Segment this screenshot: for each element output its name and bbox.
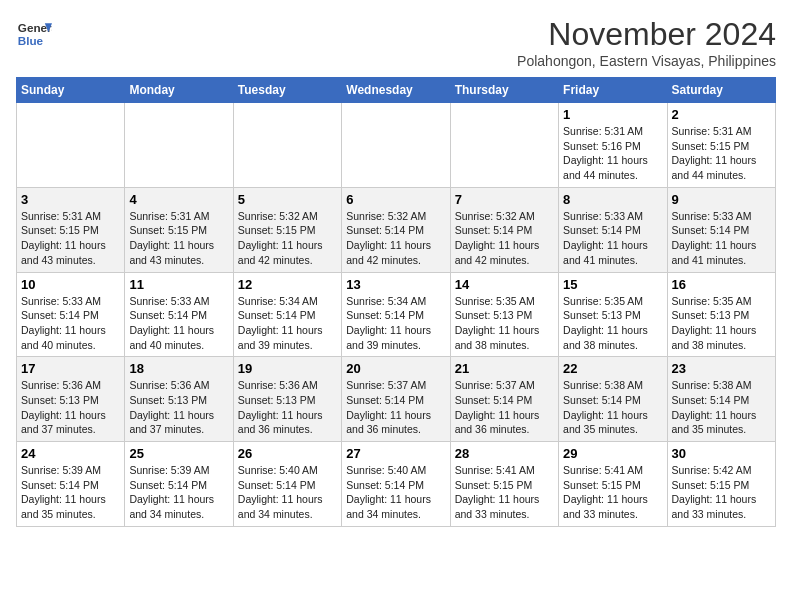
day-number: 23 <box>672 361 771 376</box>
day-number: 11 <box>129 277 228 292</box>
day-number: 8 <box>563 192 662 207</box>
calendar-cell: 18Sunrise: 5:36 AM Sunset: 5:13 PM Dayli… <box>125 357 233 442</box>
calendar-cell: 1Sunrise: 5:31 AM Sunset: 5:16 PM Daylig… <box>559 103 667 188</box>
calendar-cell: 4Sunrise: 5:31 AM Sunset: 5:15 PM Daylig… <box>125 187 233 272</box>
day-info: Sunrise: 5:41 AM Sunset: 5:15 PM Dayligh… <box>455 463 554 522</box>
calendar-cell: 13Sunrise: 5:34 AM Sunset: 5:14 PM Dayli… <box>342 272 450 357</box>
calendar-cell: 16Sunrise: 5:35 AM Sunset: 5:13 PM Dayli… <box>667 272 775 357</box>
day-number: 29 <box>563 446 662 461</box>
calendar-week-5: 24Sunrise: 5:39 AM Sunset: 5:14 PM Dayli… <box>17 442 776 527</box>
calendar-cell: 26Sunrise: 5:40 AM Sunset: 5:14 PM Dayli… <box>233 442 341 527</box>
calendar-cell: 9Sunrise: 5:33 AM Sunset: 5:14 PM Daylig… <box>667 187 775 272</box>
col-header-monday: Monday <box>125 78 233 103</box>
calendar-cell <box>233 103 341 188</box>
day-number: 21 <box>455 361 554 376</box>
day-info: Sunrise: 5:38 AM Sunset: 5:14 PM Dayligh… <box>672 378 771 437</box>
day-number: 20 <box>346 361 445 376</box>
calendar-week-3: 10Sunrise: 5:33 AM Sunset: 5:14 PM Dayli… <box>17 272 776 357</box>
day-number: 28 <box>455 446 554 461</box>
svg-text:Blue: Blue <box>18 34 44 47</box>
calendar-cell: 10Sunrise: 5:33 AM Sunset: 5:14 PM Dayli… <box>17 272 125 357</box>
day-number: 14 <box>455 277 554 292</box>
day-info: Sunrise: 5:36 AM Sunset: 5:13 PM Dayligh… <box>238 378 337 437</box>
day-number: 26 <box>238 446 337 461</box>
day-number: 3 <box>21 192 120 207</box>
day-info: Sunrise: 5:38 AM Sunset: 5:14 PM Dayligh… <box>563 378 662 437</box>
day-info: Sunrise: 5:39 AM Sunset: 5:14 PM Dayligh… <box>21 463 120 522</box>
logo-icon: General Blue <box>16 16 52 52</box>
day-number: 4 <box>129 192 228 207</box>
day-info: Sunrise: 5:36 AM Sunset: 5:13 PM Dayligh… <box>21 378 120 437</box>
calendar-cell: 6Sunrise: 5:32 AM Sunset: 5:14 PM Daylig… <box>342 187 450 272</box>
col-header-saturday: Saturday <box>667 78 775 103</box>
day-info: Sunrise: 5:33 AM Sunset: 5:14 PM Dayligh… <box>129 294 228 353</box>
calendar-cell: 8Sunrise: 5:33 AM Sunset: 5:14 PM Daylig… <box>559 187 667 272</box>
calendar-week-2: 3Sunrise: 5:31 AM Sunset: 5:15 PM Daylig… <box>17 187 776 272</box>
col-header-sunday: Sunday <box>17 78 125 103</box>
calendar-week-1: 1Sunrise: 5:31 AM Sunset: 5:16 PM Daylig… <box>17 103 776 188</box>
title-block: November 2024 Polahongon, Eastern Visaya… <box>517 16 776 69</box>
day-number: 13 <box>346 277 445 292</box>
calendar-cell: 27Sunrise: 5:40 AM Sunset: 5:14 PM Dayli… <box>342 442 450 527</box>
col-header-thursday: Thursday <box>450 78 558 103</box>
day-number: 12 <box>238 277 337 292</box>
day-number: 25 <box>129 446 228 461</box>
calendar-cell: 14Sunrise: 5:35 AM Sunset: 5:13 PM Dayli… <box>450 272 558 357</box>
day-number: 22 <box>563 361 662 376</box>
calendar-cell: 19Sunrise: 5:36 AM Sunset: 5:13 PM Dayli… <box>233 357 341 442</box>
day-info: Sunrise: 5:32 AM Sunset: 5:15 PM Dayligh… <box>238 209 337 268</box>
day-info: Sunrise: 5:34 AM Sunset: 5:14 PM Dayligh… <box>238 294 337 353</box>
day-info: Sunrise: 5:36 AM Sunset: 5:13 PM Dayligh… <box>129 378 228 437</box>
col-header-tuesday: Tuesday <box>233 78 341 103</box>
day-info: Sunrise: 5:31 AM Sunset: 5:16 PM Dayligh… <box>563 124 662 183</box>
day-info: Sunrise: 5:33 AM Sunset: 5:14 PM Dayligh… <box>672 209 771 268</box>
calendar-cell: 29Sunrise: 5:41 AM Sunset: 5:15 PM Dayli… <box>559 442 667 527</box>
day-number: 24 <box>21 446 120 461</box>
day-number: 7 <box>455 192 554 207</box>
calendar-cell <box>342 103 450 188</box>
calendar-cell: 3Sunrise: 5:31 AM Sunset: 5:15 PM Daylig… <box>17 187 125 272</box>
day-number: 16 <box>672 277 771 292</box>
day-info: Sunrise: 5:41 AM Sunset: 5:15 PM Dayligh… <box>563 463 662 522</box>
calendar-cell: 25Sunrise: 5:39 AM Sunset: 5:14 PM Dayli… <box>125 442 233 527</box>
calendar-week-4: 17Sunrise: 5:36 AM Sunset: 5:13 PM Dayli… <box>17 357 776 442</box>
col-header-friday: Friday <box>559 78 667 103</box>
day-info: Sunrise: 5:33 AM Sunset: 5:14 PM Dayligh… <box>563 209 662 268</box>
day-info: Sunrise: 5:32 AM Sunset: 5:14 PM Dayligh… <box>346 209 445 268</box>
day-info: Sunrise: 5:40 AM Sunset: 5:14 PM Dayligh… <box>238 463 337 522</box>
page-header: General Blue November 2024 Polahongon, E… <box>16 16 776 69</box>
month-title: November 2024 <box>517 16 776 53</box>
calendar-cell: 11Sunrise: 5:33 AM Sunset: 5:14 PM Dayli… <box>125 272 233 357</box>
calendar-cell: 12Sunrise: 5:34 AM Sunset: 5:14 PM Dayli… <box>233 272 341 357</box>
day-info: Sunrise: 5:35 AM Sunset: 5:13 PM Dayligh… <box>672 294 771 353</box>
calendar-cell: 21Sunrise: 5:37 AM Sunset: 5:14 PM Dayli… <box>450 357 558 442</box>
day-number: 10 <box>21 277 120 292</box>
calendar-cell: 22Sunrise: 5:38 AM Sunset: 5:14 PM Dayli… <box>559 357 667 442</box>
calendar-cell: 15Sunrise: 5:35 AM Sunset: 5:13 PM Dayli… <box>559 272 667 357</box>
day-number: 9 <box>672 192 771 207</box>
day-number: 6 <box>346 192 445 207</box>
day-number: 2 <box>672 107 771 122</box>
day-info: Sunrise: 5:31 AM Sunset: 5:15 PM Dayligh… <box>672 124 771 183</box>
day-number: 18 <box>129 361 228 376</box>
day-info: Sunrise: 5:31 AM Sunset: 5:15 PM Dayligh… <box>21 209 120 268</box>
calendar-cell: 28Sunrise: 5:41 AM Sunset: 5:15 PM Dayli… <box>450 442 558 527</box>
day-info: Sunrise: 5:37 AM Sunset: 5:14 PM Dayligh… <box>455 378 554 437</box>
calendar-cell <box>450 103 558 188</box>
day-number: 19 <box>238 361 337 376</box>
calendar-header-row: SundayMondayTuesdayWednesdayThursdayFrid… <box>17 78 776 103</box>
day-number: 15 <box>563 277 662 292</box>
day-number: 5 <box>238 192 337 207</box>
calendar-table: SundayMondayTuesdayWednesdayThursdayFrid… <box>16 77 776 527</box>
day-info: Sunrise: 5:39 AM Sunset: 5:14 PM Dayligh… <box>129 463 228 522</box>
day-info: Sunrise: 5:42 AM Sunset: 5:15 PM Dayligh… <box>672 463 771 522</box>
logo: General Blue <box>16 16 52 52</box>
day-number: 30 <box>672 446 771 461</box>
calendar-cell: 30Sunrise: 5:42 AM Sunset: 5:15 PM Dayli… <box>667 442 775 527</box>
day-info: Sunrise: 5:40 AM Sunset: 5:14 PM Dayligh… <box>346 463 445 522</box>
day-info: Sunrise: 5:35 AM Sunset: 5:13 PM Dayligh… <box>563 294 662 353</box>
day-info: Sunrise: 5:32 AM Sunset: 5:14 PM Dayligh… <box>455 209 554 268</box>
calendar-cell: 24Sunrise: 5:39 AM Sunset: 5:14 PM Dayli… <box>17 442 125 527</box>
col-header-wednesday: Wednesday <box>342 78 450 103</box>
day-info: Sunrise: 5:34 AM Sunset: 5:14 PM Dayligh… <box>346 294 445 353</box>
